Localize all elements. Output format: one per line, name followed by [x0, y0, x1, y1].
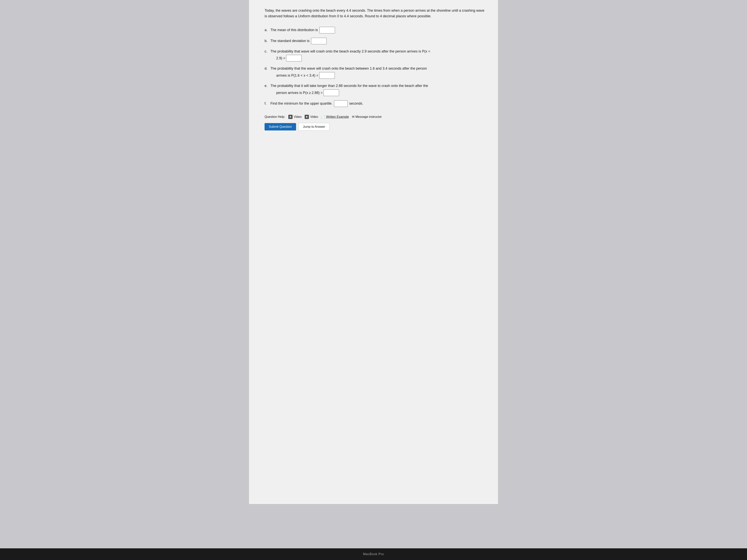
parts-list: a. The mean of this distribution is b. T… — [264, 27, 486, 107]
part-f-input[interactable] — [334, 100, 347, 107]
part-e-block: The probability that it will take longer… — [271, 83, 428, 96]
play-triangle-2 — [306, 116, 308, 118]
part-e-label: e. — [264, 83, 269, 89]
document-icon: 📄 — [321, 115, 325, 118]
part-d-label: d. — [264, 66, 269, 71]
help-label: Question Help: — [264, 115, 285, 118]
part-d-input[interactable] — [319, 72, 335, 79]
part-d: d. The probability that the wave will cr… — [264, 66, 486, 79]
part-d-line1: The probability that the wave will crash… — [271, 66, 427, 71]
written-example-link[interactable]: 📄 Written Example — [321, 115, 349, 118]
play-triangle-1 — [290, 116, 291, 118]
part-a-input[interactable] — [319, 27, 335, 33]
part-e-ge-symbol: ≥ — [309, 90, 311, 96]
part-a: a. The mean of this distribution is — [264, 27, 486, 33]
buttons-row: Submit Question Jump to Answer — [264, 123, 486, 131]
part-e-line2-part1: person arrives is P(x — [276, 90, 308, 96]
macbook-label: MacBook Pro — [363, 553, 384, 556]
video1-button[interactable]: Video — [288, 115, 302, 119]
written-example-label: Written Example — [326, 115, 349, 118]
part-b-label: b. — [264, 38, 269, 44]
video2-label: Video — [310, 115, 318, 118]
taskbar: MacBook Pro — [0, 548, 747, 560]
part-f-suffix: seconds. — [349, 101, 363, 106]
part-e: e. The probability that it will take lon… — [264, 83, 486, 96]
part-f-label: f. — [264, 101, 269, 106]
submit-question-button[interactable]: Submit Question — [264, 123, 296, 131]
video1-label: Video — [294, 115, 302, 118]
part-e-line2: person arrives is P(x ≥ 2.88) = — [276, 89, 428, 96]
part-d-line2-text: arrives is P(1.6 < x < 3.4) = — [276, 73, 318, 78]
part-f-content: Find the minimum for the upper quartile.… — [271, 100, 486, 107]
part-a-text: The mean of this distribution is — [271, 27, 318, 33]
part-a-content: The mean of this distribution is — [271, 27, 486, 33]
part-c-input[interactable] — [286, 55, 302, 61]
play-icon-2 — [305, 115, 309, 119]
part-c-line1: The probability that wave will crash ont… — [271, 49, 430, 54]
part-e-line2-part2: 2.88) = — [312, 90, 323, 96]
part-f: f. Find the minimum for the upper quarti… — [264, 100, 486, 107]
question-intro: Today, the waves are crashing onto the b… — [264, 8, 486, 19]
question-help-row: Question Help: Video Video 📄 Written Exa… — [264, 115, 486, 119]
jump-to-answer-button[interactable]: Jump to Answer — [299, 123, 330, 131]
part-d-block: The probability that the wave will crash… — [271, 66, 427, 79]
part-e-line1: The probability that it will take longer… — [271, 83, 428, 89]
envelope-icon: ✉ — [352, 115, 355, 118]
video2-button[interactable]: Video — [305, 115, 318, 119]
part-b-text: The standard deviation is — [271, 38, 309, 44]
message-instructor-link[interactable]: ✉ Message instructor — [352, 115, 382, 118]
part-c-block: The probability that wave will crash ont… — [271, 49, 430, 62]
main-content: Today, the waves are crashing onto the b… — [249, 0, 498, 504]
play-icon-1 — [288, 115, 292, 119]
part-f-text: Find the minimum for the upper quartile. — [271, 101, 332, 106]
part-a-label: a. — [264, 27, 269, 33]
part-d-line2: arrives is P(1.6 < x < 3.4) = — [276, 72, 427, 79]
part-b-input[interactable] — [311, 38, 327, 44]
part-c-label: c. — [264, 49, 269, 54]
part-c-line2: 2.9) = — [276, 55, 430, 61]
part-c: c. The probability that wave will crash … — [264, 49, 486, 62]
message-instructor-label: Message instructor — [355, 115, 382, 118]
part-b: b. The standard deviation is — [264, 38, 486, 44]
part-c-line2-text: 2.9) = — [276, 55, 285, 61]
part-e-input[interactable] — [324, 89, 339, 96]
part-b-content: The standard deviation is — [271, 38, 486, 44]
